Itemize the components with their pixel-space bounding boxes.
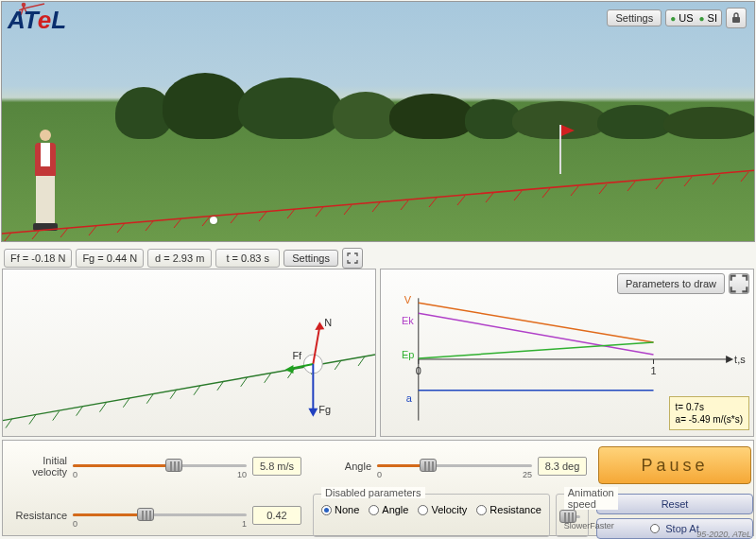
svg-line-15 — [344, 205, 352, 215]
unit-us[interactable]: US — [670, 12, 693, 24]
radio-none[interactable]: None — [321, 504, 359, 515]
svg-line-29 — [741, 172, 748, 182]
svg-line-7 — [117, 223, 125, 233]
resistance-label: Resistance — [10, 510, 67, 521]
svg-line-23 — [571, 186, 578, 196]
svg-line-13 — [287, 209, 295, 218]
svg-text:Ff: Ff — [292, 350, 302, 361]
svg-marker-59 — [726, 356, 733, 363]
angle-slider[interactable]: 025 — [377, 453, 532, 479]
treeline — [2, 68, 754, 139]
svg-line-42 — [265, 374, 271, 383]
animation-speed-slider[interactable]: SlowerFaster — [564, 504, 580, 530]
animation-speed-group: Animation speed SlowerFaster — [556, 494, 589, 537]
angle-label: Angle — [315, 461, 371, 472]
svg-line-33 — [53, 411, 60, 421]
flag-icon — [559, 125, 561, 174]
svg-text:Fg: Fg — [318, 404, 331, 415]
svg-line-18 — [429, 198, 437, 207]
svg-text:1: 1 — [651, 365, 657, 376]
golfer-figure — [30, 130, 60, 234]
radio-velocity[interactable]: Velocity — [418, 504, 467, 515]
expand-diagram-icon[interactable] — [342, 248, 363, 269]
svg-line-25 — [627, 182, 635, 191]
svg-line-27 — [684, 177, 692, 186]
unit-si[interactable]: SI — [699, 12, 717, 24]
svg-marker-55 — [308, 409, 318, 417]
copyright-text: 95-2020, ATeL — [696, 530, 751, 539]
controls-panel: Initial velocity 010 5.8 m/s Angle 025 8… — [2, 440, 754, 536]
svg-line-70 — [419, 313, 654, 355]
initial-velocity-label: Initial velocity — [10, 455, 67, 478]
chart-panel: Parameters to draw t,s 0 1 V Ek Ep a — [380, 269, 754, 437]
parameters-to-draw-button[interactable]: Parameters to draw — [617, 273, 725, 294]
svg-text:V: V — [404, 294, 412, 305]
svg-line-6 — [89, 226, 96, 235]
svg-line-8 — [146, 221, 153, 231]
svg-rect-1 — [732, 17, 740, 23]
svg-line-16 — [372, 202, 380, 212]
diagram-settings-button[interactable]: Settings — [284, 250, 338, 267]
svg-text:Ek: Ek — [402, 315, 414, 326]
svg-line-3 — [4, 233, 11, 241]
pause-button[interactable]: Pause — [598, 446, 751, 484]
resistance-value: 0.42 — [252, 506, 301, 525]
svg-line-69 — [419, 303, 654, 342]
svg-text:t,s: t,s — [734, 354, 746, 365]
svg-line-9 — [174, 218, 181, 228]
readout-distance: d = 2.93 m — [147, 249, 212, 268]
svg-line-17 — [401, 200, 408, 210]
simulation-scene: ATeL Settings US SI — [1, 1, 755, 242]
svg-line-71 — [419, 342, 654, 358]
angle-value: 8.3 deg — [538, 457, 587, 476]
readout-friction: Ff = -0.18 N — [4, 249, 72, 268]
svg-marker-52 — [284, 365, 293, 374]
svg-line-22 — [542, 188, 550, 198]
reset-button[interactable]: Reset — [596, 494, 753, 514]
expand-chart-icon[interactable] — [729, 273, 749, 294]
svg-text:N: N — [324, 317, 332, 328]
unit-toggle[interactable]: US SI — [665, 9, 722, 26]
chart-tooltip: t= 0.7s a= -5.49 m/(s*s) — [669, 396, 749, 430]
lock-icon[interactable] — [726, 8, 747, 28]
svg-line-24 — [599, 184, 607, 194]
app-logo: ATeL — [8, 6, 66, 35]
svg-text:Ep: Ep — [402, 349, 414, 360]
svg-text:0: 0 — [416, 365, 421, 376]
readout-gravity: Fg = 0.44 N — [76, 249, 144, 268]
svg-line-19 — [457, 196, 465, 205]
resistance-slider[interactable]: 01 — [73, 502, 247, 529]
settings-button[interactable]: Settings — [607, 9, 662, 26]
svg-line-5 — [60, 228, 68, 237]
radio-angle[interactable]: Angle — [369, 504, 408, 515]
initial-velocity-value: 5.8 m/s — [252, 457, 301, 476]
svg-line-20 — [486, 193, 493, 202]
initial-velocity-slider[interactable]: 010 — [73, 453, 247, 479]
svg-line-14 — [316, 207, 323, 217]
svg-line-35 — [99, 403, 106, 412]
svg-text:a: a — [406, 392, 413, 404]
readout-time: t = 0.83 s — [215, 249, 280, 268]
svg-line-12 — [259, 212, 266, 221]
svg-line-28 — [713, 175, 720, 184]
svg-line-21 — [514, 191, 522, 200]
golf-ball-scene — [210, 217, 217, 224]
svg-line-26 — [656, 180, 663, 189]
disabled-parameters-group: Disabled parameters None Angle Velocity … — [313, 494, 550, 537]
svg-line-10 — [202, 217, 210, 226]
force-diagram-panel: N Ff Fg — [2, 269, 376, 437]
radio-resistance[interactable]: Resistance — [476, 504, 541, 515]
svg-line-2 — [2, 170, 754, 234]
svg-marker-49 — [315, 322, 324, 330]
svg-line-11 — [231, 214, 238, 223]
